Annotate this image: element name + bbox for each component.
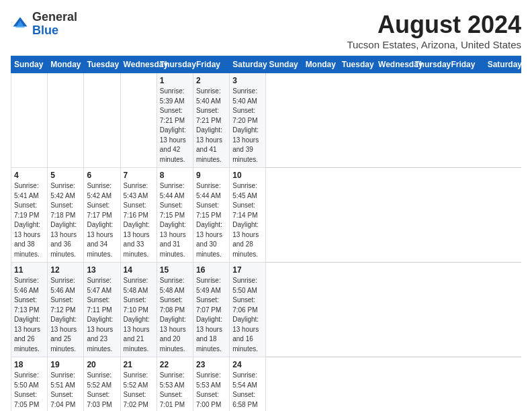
day-number: 2 bbox=[196, 76, 226, 85]
cell-sun-info: Sunrise: 5:41 AM Sunset: 7:19 PM Dayligh… bbox=[14, 181, 44, 259]
calendar-cell bbox=[11, 73, 48, 168]
header-sunday: Sunday bbox=[266, 56, 302, 73]
calendar-cell: 10Sunrise: 5:45 AM Sunset: 7:14 PM Dayli… bbox=[230, 168, 266, 263]
day-number: 9 bbox=[196, 171, 226, 180]
calendar-cell: 6Sunrise: 5:42 AM Sunset: 7:17 PM Daylig… bbox=[84, 168, 120, 263]
calendar-header-row: SundayMondayTuesdayWednesdayThursdayFrid… bbox=[11, 56, 521, 73]
day-number: 16 bbox=[196, 265, 226, 275]
cell-sun-info: Sunrise: 5:40 AM Sunset: 7:21 PM Dayligh… bbox=[196, 87, 226, 165]
day-number: 13 bbox=[87, 265, 117, 275]
header-wednesday: Wednesday bbox=[120, 56, 157, 73]
cell-sun-info: Sunrise: 5:39 AM Sunset: 7:21 PM Dayligh… bbox=[160, 87, 190, 165]
day-number: 6 bbox=[87, 171, 117, 180]
day-number: 23 bbox=[196, 360, 226, 369]
calendar-cell: 13Sunrise: 5:47 AM Sunset: 7:11 PM Dayli… bbox=[84, 263, 120, 357]
day-number: 20 bbox=[87, 360, 117, 369]
calendar-week-row: 11Sunrise: 5:46 AM Sunset: 7:13 PM Dayli… bbox=[11, 263, 521, 357]
calendar-cell: 1Sunrise: 5:39 AM Sunset: 7:21 PM Daylig… bbox=[157, 73, 193, 168]
calendar-cell: 20Sunrise: 5:52 AM Sunset: 7:03 PM Dayli… bbox=[84, 357, 120, 412]
cell-sun-info: Sunrise: 5:48 AM Sunset: 7:08 PM Dayligh… bbox=[160, 276, 190, 354]
logo-blue-text: Blue bbox=[32, 24, 58, 37]
day-number: 15 bbox=[160, 265, 190, 275]
calendar-cell: 19Sunrise: 5:51 AM Sunset: 7:04 PM Dayli… bbox=[48, 357, 84, 412]
calendar-cell bbox=[84, 73, 120, 168]
calendar-cell: 8Sunrise: 5:44 AM Sunset: 7:15 PM Daylig… bbox=[157, 168, 193, 263]
calendar-cell bbox=[48, 73, 84, 168]
header-friday: Friday bbox=[193, 56, 230, 73]
day-number: 17 bbox=[232, 265, 263, 275]
calendar-cell: 22Sunrise: 5:53 AM Sunset: 7:01 PM Dayli… bbox=[157, 357, 193, 412]
calendar-cell: 15Sunrise: 5:48 AM Sunset: 7:08 PM Dayli… bbox=[157, 263, 193, 357]
cell-sun-info: Sunrise: 5:42 AM Sunset: 7:18 PM Dayligh… bbox=[50, 181, 81, 259]
calendar-cell: 9Sunrise: 5:44 AM Sunset: 7:15 PM Daylig… bbox=[193, 168, 230, 263]
calendar-cell: 24Sunrise: 5:54 AM Sunset: 6:58 PM Dayli… bbox=[230, 357, 266, 412]
day-number: 24 bbox=[232, 360, 263, 369]
calendar-cell: 11Sunrise: 5:46 AM Sunset: 7:13 PM Dayli… bbox=[11, 263, 48, 357]
cell-sun-info: Sunrise: 5:44 AM Sunset: 7:15 PM Dayligh… bbox=[160, 181, 190, 259]
header-monday: Monday bbox=[48, 56, 84, 73]
day-number: 4 bbox=[14, 171, 44, 180]
cell-sun-info: Sunrise: 5:54 AM Sunset: 6:58 PM Dayligh… bbox=[232, 371, 263, 411]
month-year-title: August 2024 bbox=[347, 11, 521, 39]
cell-sun-info: Sunrise: 5:52 AM Sunset: 7:03 PM Dayligh… bbox=[87, 371, 117, 411]
cell-sun-info: Sunrise: 5:46 AM Sunset: 7:12 PM Dayligh… bbox=[50, 276, 81, 354]
cell-sun-info: Sunrise: 5:40 AM Sunset: 7:20 PM Dayligh… bbox=[232, 87, 263, 165]
day-number: 11 bbox=[14, 265, 44, 275]
cell-sun-info: Sunrise: 5:48 AM Sunset: 7:10 PM Dayligh… bbox=[124, 276, 154, 354]
calendar-cell: 5Sunrise: 5:42 AM Sunset: 7:18 PM Daylig… bbox=[48, 168, 84, 263]
location-subtitle: Tucson Estates, Arizona, United States bbox=[347, 39, 521, 50]
calendar-cell: 4Sunrise: 5:41 AM Sunset: 7:19 PM Daylig… bbox=[11, 168, 48, 263]
header-tuesday: Tuesday bbox=[339, 56, 375, 73]
calendar-table: SundayMondayTuesdayWednesdayThursdayFrid… bbox=[11, 56, 521, 411]
calendar-cell: 16Sunrise: 5:49 AM Sunset: 7:07 PM Dayli… bbox=[193, 263, 230, 357]
header-tuesday: Tuesday bbox=[84, 56, 120, 73]
header-saturday: Saturday bbox=[484, 56, 521, 73]
logo: General Blue bbox=[11, 11, 77, 38]
day-number: 3 bbox=[232, 76, 263, 85]
cell-sun-info: Sunrise: 5:47 AM Sunset: 7:11 PM Dayligh… bbox=[87, 276, 117, 354]
day-number: 8 bbox=[160, 171, 190, 180]
day-number: 21 bbox=[124, 360, 154, 369]
cell-sun-info: Sunrise: 5:50 AM Sunset: 7:06 PM Dayligh… bbox=[232, 276, 263, 354]
day-number: 22 bbox=[160, 360, 190, 369]
calendar-week-row: 18Sunrise: 5:50 AM Sunset: 7:05 PM Dayli… bbox=[11, 357, 521, 412]
cell-sun-info: Sunrise: 5:53 AM Sunset: 7:01 PM Dayligh… bbox=[160, 371, 190, 411]
day-number: 18 bbox=[14, 360, 44, 369]
calendar-cell: 17Sunrise: 5:50 AM Sunset: 7:06 PM Dayli… bbox=[230, 263, 266, 357]
cell-sun-info: Sunrise: 5:44 AM Sunset: 7:15 PM Dayligh… bbox=[196, 181, 226, 259]
day-number: 7 bbox=[124, 171, 154, 180]
header-friday: Friday bbox=[448, 56, 484, 73]
page-header: General Blue August 2024 Tucson Estates,… bbox=[11, 11, 521, 50]
cell-sun-info: Sunrise: 5:45 AM Sunset: 7:14 PM Dayligh… bbox=[232, 181, 263, 259]
title-block: August 2024 Tucson Estates, Arizona, Uni… bbox=[347, 11, 521, 50]
cell-sun-info: Sunrise: 5:52 AM Sunset: 7:02 PM Dayligh… bbox=[124, 371, 154, 411]
day-number: 10 bbox=[232, 171, 263, 180]
day-number: 5 bbox=[50, 171, 81, 180]
calendar-cell: 18Sunrise: 5:50 AM Sunset: 7:05 PM Dayli… bbox=[11, 357, 48, 412]
calendar-cell: 14Sunrise: 5:48 AM Sunset: 7:10 PM Dayli… bbox=[120, 263, 157, 357]
day-number: 12 bbox=[50, 265, 81, 275]
calendar-cell: 7Sunrise: 5:43 AM Sunset: 7:16 PM Daylig… bbox=[120, 168, 157, 263]
cell-sun-info: Sunrise: 5:51 AM Sunset: 7:04 PM Dayligh… bbox=[50, 371, 81, 411]
logo-general-text: General bbox=[32, 10, 77, 24]
day-number: 14 bbox=[124, 265, 154, 275]
calendar-cell: 12Sunrise: 5:46 AM Sunset: 7:12 PM Dayli… bbox=[48, 263, 84, 357]
calendar-week-row: 1Sunrise: 5:39 AM Sunset: 7:21 PM Daylig… bbox=[11, 73, 521, 168]
header-saturday: Saturday bbox=[230, 56, 266, 73]
calendar-cell: 23Sunrise: 5:53 AM Sunset: 7:00 PM Dayli… bbox=[193, 357, 230, 412]
cell-sun-info: Sunrise: 5:42 AM Sunset: 7:17 PM Dayligh… bbox=[87, 181, 117, 259]
day-number: 1 bbox=[160, 76, 190, 85]
day-number: 19 bbox=[50, 360, 81, 369]
calendar-week-row: 4Sunrise: 5:41 AM Sunset: 7:19 PM Daylig… bbox=[11, 168, 521, 263]
calendar-cell: 21Sunrise: 5:52 AM Sunset: 7:02 PM Dayli… bbox=[120, 357, 157, 412]
header-thursday: Thursday bbox=[412, 56, 448, 73]
cell-sun-info: Sunrise: 5:50 AM Sunset: 7:05 PM Dayligh… bbox=[14, 371, 44, 411]
calendar-cell bbox=[120, 73, 157, 168]
calendar-cell: 2Sunrise: 5:40 AM Sunset: 7:21 PM Daylig… bbox=[193, 73, 230, 168]
header-wednesday: Wednesday bbox=[375, 56, 412, 73]
cell-sun-info: Sunrise: 5:46 AM Sunset: 7:13 PM Dayligh… bbox=[14, 276, 44, 354]
header-thursday: Thursday bbox=[157, 56, 193, 73]
calendar-cell: 3Sunrise: 5:40 AM Sunset: 7:20 PM Daylig… bbox=[230, 73, 266, 168]
cell-sun-info: Sunrise: 5:53 AM Sunset: 7:00 PM Dayligh… bbox=[196, 371, 226, 411]
header-monday: Monday bbox=[302, 56, 339, 73]
